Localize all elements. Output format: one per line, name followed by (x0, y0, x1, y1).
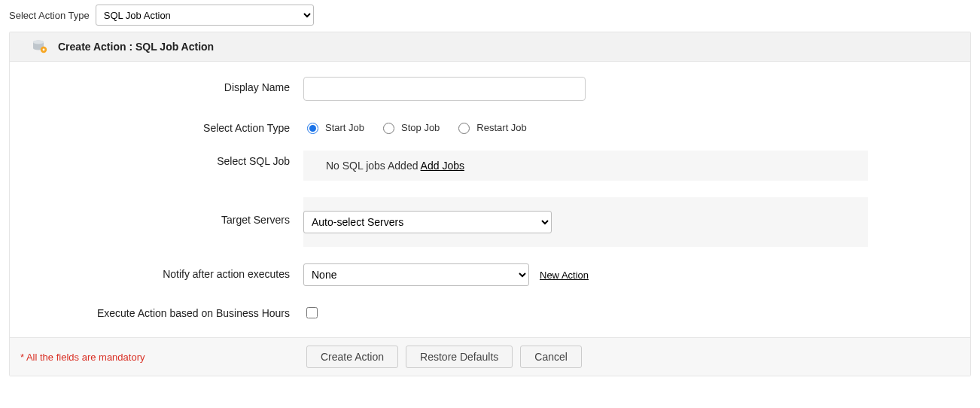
mandatory-note: * All the fields are mandatory (20, 352, 306, 363)
target-servers-box: Auto-select Servers (303, 197, 868, 247)
radio-restart-job[interactable]: Restart Job (455, 120, 526, 134)
target-servers-select[interactable]: Auto-select Servers (303, 211, 552, 233)
business-hours-checkbox[interactable] (306, 307, 318, 318)
sql-job-empty-text: No SQL jobs Added (326, 160, 421, 172)
cancel-button[interactable]: Cancel (520, 346, 582, 368)
notify-select[interactable]: None (303, 263, 529, 286)
database-gear-icon (32, 40, 47, 53)
svg-point-1 (33, 41, 44, 44)
create-action-button[interactable]: Create Action (306, 346, 398, 368)
sql-job-label: Select SQL Job (25, 151, 303, 167)
svg-point-3 (43, 49, 45, 51)
panel-header: Create Action : SQL Job Action (10, 32, 970, 62)
business-hours-label: Execute Action based on Business Hours (25, 303, 303, 319)
add-jobs-link[interactable]: Add Jobs (421, 160, 464, 172)
create-action-panel: Create Action : SQL Job Action Display N… (9, 32, 971, 376)
notify-label: Notify after action executes (25, 263, 303, 280)
panel-title: Create Action : SQL Job Action (58, 41, 214, 53)
sql-job-box: No SQL jobs Added Add Jobs (303, 151, 868, 181)
radio-stop-job[interactable]: Stop Job (379, 120, 440, 134)
panel-footer: * All the fields are mandatory Create Ac… (10, 337, 970, 376)
restore-defaults-button[interactable]: Restore Defaults (406, 346, 513, 368)
display-name-input[interactable] (303, 77, 586, 101)
target-servers-label: Target Servers (25, 197, 303, 226)
radio-restart-job-label: Restart Job (476, 122, 526, 133)
radio-start-job-label: Start Job (325, 122, 364, 133)
display-name-label: Display Name (25, 77, 303, 93)
action-type-label: Select Action Type (25, 117, 303, 134)
top-action-type-label: Select Action Type (9, 10, 90, 21)
radio-start-job[interactable]: Start Job (303, 120, 364, 134)
new-action-link[interactable]: New Action (540, 269, 589, 281)
top-action-type-select[interactable]: SQL Job Action (96, 5, 314, 26)
radio-stop-job-label: Stop Job (401, 122, 440, 133)
